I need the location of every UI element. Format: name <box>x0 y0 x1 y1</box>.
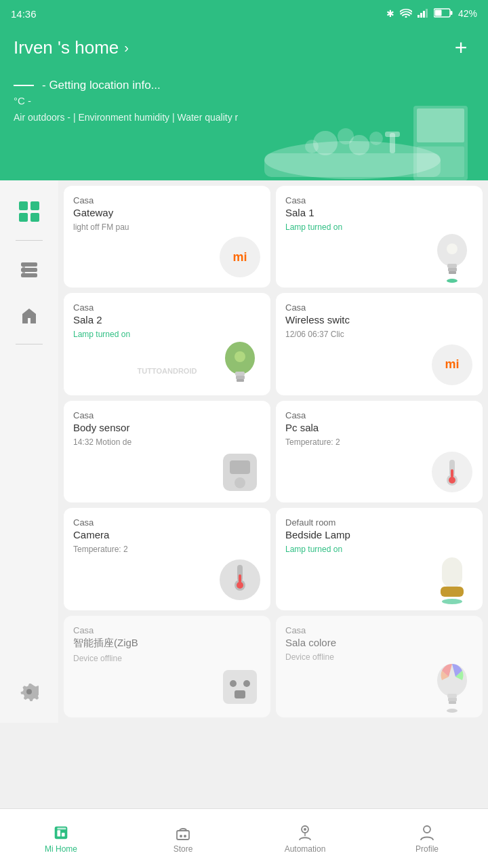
device-card-body-sensor[interactable]: Casa Body sensor 14:32 Motion de <box>64 401 270 502</box>
svg-rect-61 <box>57 830 60 836</box>
nav-profile-label: Profile <box>415 844 439 854</box>
thermometer-icon <box>443 458 462 486</box>
mi-logo-2: mi <box>445 357 459 372</box>
svg-rect-1 <box>420 13 422 18</box>
device-room-5: Casa <box>285 410 473 420</box>
svg-point-68 <box>304 828 306 831</box>
device-card-sala1[interactable]: Casa Sala 1 Lamp turned on <box>276 186 483 288</box>
grid-icon <box>19 201 39 222</box>
svg-rect-34 <box>237 379 244 382</box>
nav-store-label: Store <box>174 844 193 854</box>
mihome-icon <box>52 824 70 842</box>
svg-rect-46 <box>239 574 241 583</box>
svg-rect-2 <box>423 11 425 18</box>
svg-rect-6 <box>434 9 441 16</box>
svg-rect-3 <box>426 9 428 18</box>
device-name-8: 智能插座(ZigB <box>73 637 261 650</box>
device-name-6: Camera <box>73 529 261 540</box>
sidebar-grid-view[interactable] <box>9 191 49 232</box>
svg-rect-20 <box>21 268 37 272</box>
device-card-sala2[interactable]: Casa Sala 2 Lamp turned on TUTTOANDROID <box>64 293 270 395</box>
bulb-color-icon <box>434 660 471 714</box>
nav-mihome-label: Mi Home <box>45 844 77 854</box>
main-content: Casa Gateway light off FM pau mi Casa Sa… <box>0 180 488 723</box>
sidebar-settings[interactable] <box>9 671 49 712</box>
store-icon <box>174 824 192 842</box>
device-status-4: 14:32 Motion de <box>73 437 261 447</box>
svg-rect-0 <box>418 15 420 18</box>
device-card-plug[interactable]: Casa 智能插座(ZigB Device offline <box>64 616 270 717</box>
nav-store[interactable]: Store <box>122 809 244 868</box>
add-device-button[interactable]: + <box>447 34 474 61</box>
device-status-5: Temperature: 2 <box>285 437 473 447</box>
nav-automation[interactable]: Automation <box>244 809 366 868</box>
weather-location: - Getting location info... <box>14 79 474 92</box>
svg-rect-48 <box>442 557 462 588</box>
device-status-0: light off FM pau <box>73 222 261 232</box>
status-bar: 14:36 ✱ <box>0 0 488 27</box>
device-room-7: Default room <box>285 517 473 528</box>
svg-rect-57 <box>448 698 457 701</box>
nav-mihome[interactable]: Mi Home <box>0 809 122 868</box>
device-name-1: Sala 1 <box>285 207 473 218</box>
svg-point-38 <box>235 477 245 488</box>
device-image-3: mi <box>428 341 476 389</box>
svg-point-50 <box>442 599 462 604</box>
svg-rect-33 <box>236 376 245 379</box>
automation-icon <box>296 824 314 842</box>
svg-rect-22 <box>22 272 25 273</box>
svg-rect-5 <box>450 11 452 15</box>
device-card-sala-colore[interactable]: Casa Sala colore Device offline <box>276 616 483 717</box>
bedside-lamp-icon <box>435 554 469 605</box>
device-card-pc-sala[interactable]: Casa Pc sala Temperature: 2 <box>276 401 483 502</box>
svg-rect-27 <box>448 268 457 271</box>
home-icon <box>20 306 39 325</box>
device-room-3: Casa <box>285 302 473 313</box>
device-image-2 <box>216 341 264 389</box>
header: Irven 's home › + <box>0 27 488 72</box>
svg-point-59 <box>447 709 458 713</box>
device-name-0: Gateway <box>73 207 261 218</box>
device-image-1 <box>428 233 476 281</box>
svg-rect-18 <box>385 132 400 137</box>
device-room-2: Casa <box>73 302 261 313</box>
svg-point-69 <box>424 826 430 833</box>
device-room-9: Casa <box>285 625 473 635</box>
device-card-camera[interactable]: Casa Camera Temperature: 2 <box>64 508 270 610</box>
device-card-gateway[interactable]: Casa Gateway light off FM pau mi <box>64 186 270 288</box>
svg-rect-49 <box>441 587 464 597</box>
watermark: TUTTOANDROID <box>138 367 197 375</box>
svg-point-53 <box>243 680 250 687</box>
svg-point-35 <box>235 351 245 362</box>
status-time: 14:36 <box>11 8 37 20</box>
svg-point-52 <box>230 680 237 687</box>
svg-rect-64 <box>177 831 189 840</box>
device-card-bedside[interactable]: Default room Bedside Lamp Lamp turned on <box>276 508 483 610</box>
svg-point-47 <box>237 582 243 589</box>
nav-profile[interactable]: Profile <box>366 809 488 868</box>
battery-icon <box>434 8 453 20</box>
device-image-8 <box>216 663 264 711</box>
temp-circle-icon <box>218 558 262 601</box>
device-room-8: Casa <box>73 625 261 635</box>
mi-logo: mi <box>232 250 247 264</box>
bottom-nav: Mi Home Store Automation <box>0 808 488 868</box>
svg-rect-26 <box>447 264 457 268</box>
svg-point-30 <box>447 279 458 283</box>
device-status-7: Lamp turned on <box>285 545 473 554</box>
device-room-4: Casa <box>73 410 261 420</box>
sidebar-drawer[interactable] <box>9 249 49 290</box>
svg-point-29 <box>447 243 458 254</box>
device-card-wireless[interactable]: Casa Wireless switc 12/06 06:37 Clic mi <box>276 293 483 395</box>
sidebar-home[interactable] <box>9 295 49 336</box>
svg-rect-63 <box>57 827 66 829</box>
device-room-6: Casa <box>73 517 261 528</box>
home-title[interactable]: Irven 's home › <box>14 37 129 58</box>
bluetooth-icon: ✱ <box>386 8 394 19</box>
device-image-0: mi <box>216 233 264 281</box>
device-room-0: Casa <box>73 195 261 205</box>
svg-rect-41 <box>451 469 453 477</box>
drawer-icon <box>20 260 39 279</box>
svg-rect-58 <box>449 701 456 704</box>
weather-illustration <box>258 99 474 180</box>
